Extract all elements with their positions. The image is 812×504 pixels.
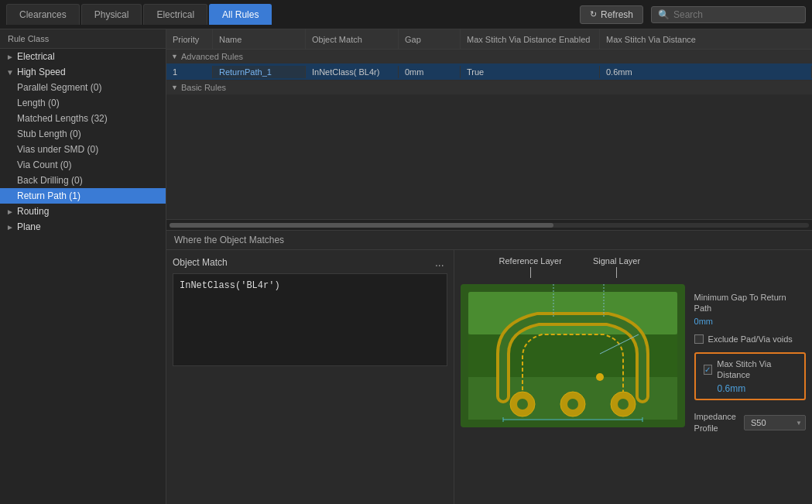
tab-physical[interactable]: Physical: [81, 4, 142, 25]
td-priority: 1: [166, 66, 213, 78]
horizontal-scrollbar[interactable]: [166, 219, 812, 230]
td-match: InNetClass( BL4r): [306, 66, 399, 78]
sidebar-item-electrical[interactable]: Electrical: [0, 49, 166, 64]
impedance-select[interactable]: S50 S75 S100: [744, 415, 806, 430]
rules-table-area: Priority Name Object Match Gap Max Stitc…: [166, 29, 812, 231]
object-match-title: Object Match: [173, 257, 228, 268]
svg-point-8: [567, 399, 578, 410]
svg-point-6: [517, 399, 528, 410]
exclude-pad-control: Exclude Pad/Via voids: [694, 334, 806, 345]
sidebar-item-label: Vias under SMD (0): [17, 144, 98, 155]
max-stitch-label: Max Stitch Via Distance: [717, 358, 797, 381]
reference-label-arrow: [530, 267, 531, 278]
col-header-maxstitch: Max Stitch Via Distance: [600, 29, 812, 49]
sidebar-item-via-count[interactable]: Via Count (0): [0, 157, 166, 173]
sidebar-item-matched-lengths[interactable]: Matched Lengths (32): [0, 111, 166, 126]
td-gap: 0mm: [399, 66, 461, 78]
diagram-panel: Reference Layer Signal Layer: [454, 250, 812, 504]
sidebar-item-label: Back Drilling (0): [17, 175, 83, 186]
refresh-icon: ↻: [590, 9, 597, 19]
max-stitch-checkbox[interactable]: [704, 365, 713, 375]
group-advanced-rules[interactable]: ▼ Advanced Rules: [166, 50, 812, 63]
svg-point-9: [596, 373, 604, 381]
object-match-panel: Object Match ... InNetClass('BL4r'): [166, 250, 454, 504]
tab-clearances[interactable]: Clearances: [6, 4, 80, 25]
table-body: ▼ Advanced Rules 1 ReturnPath_1 InNetCla…: [166, 50, 812, 219]
sidebar-item-length[interactable]: Length (0): [0, 95, 166, 111]
main-area: Rule Class Electrical High Speed Paralle…: [0, 29, 812, 504]
impedance-select-wrapper: S50 S75 S100: [744, 415, 806, 430]
impedance-label: Impedance Profile: [694, 411, 736, 434]
electrical-arrow-icon: [6, 53, 14, 61]
tab-electrical[interactable]: Electrical: [143, 4, 207, 25]
td-distance: 0.6mm: [600, 66, 812, 78]
col-header-name: Name: [213, 29, 306, 49]
group-basic-rules[interactable]: ▼ Basic Rules: [166, 81, 812, 94]
sidebar-item-back-drilling[interactable]: Back Drilling (0): [0, 173, 166, 188]
top-tab-bar: Clearances Physical Electrical All Rules…: [0, 0, 812, 29]
search-input[interactable]: [673, 9, 797, 20]
refresh-button[interactable]: ↻ Refresh: [580, 5, 643, 24]
sidebar-item-stub-length[interactable]: Stub Length (0): [0, 126, 166, 142]
sidebar-item-vias-under-smd[interactable]: Vias under SMD (0): [0, 142, 166, 157]
td-enabled: True: [461, 66, 600, 78]
tab-all-rules[interactable]: All Rules: [209, 4, 272, 25]
table-header: Priority Name Object Match Gap Max Stitc…: [166, 29, 812, 50]
reference-layer-label: Reference Layer: [499, 256, 562, 278]
sidebar-item-label: Via Count (0): [17, 159, 71, 170]
sidebar-item-high-speed[interactable]: High Speed: [0, 64, 166, 80]
group-label: Basic Rules: [181, 83, 226, 92]
signal-label-arrow: [616, 267, 617, 278]
exclude-pad-label: Exclude Pad/Via voids: [708, 334, 793, 345]
pcb-diagram: [461, 284, 685, 427]
sidebar-item-plane[interactable]: Plane: [0, 219, 166, 235]
object-match-header: Object Match ...: [173, 256, 447, 269]
exclude-pad-checkbox[interactable]: [694, 334, 704, 344]
sidebar-item-label: Electrical: [17, 51, 55, 62]
signal-layer-text: Signal Layer: [593, 256, 640, 266]
plane-arrow-icon: [6, 223, 14, 231]
search-box: 🔍: [651, 6, 806, 23]
advanced-rules-arrow-icon: ▼: [171, 53, 178, 60]
min-gap-control: Minimum Gap To Return Path 0mm: [694, 292, 806, 326]
td-name: ReturnPath_1: [213, 66, 306, 78]
sidebar-header: Rule Class: [0, 29, 166, 49]
reference-layer-text: Reference Layer: [499, 256, 562, 266]
sidebar-item-label: Parallel Segment (0): [17, 82, 101, 93]
bottom-section: Where the Object Matches Object Match ..…: [166, 231, 812, 504]
sidebar-item-label: High Speed: [17, 67, 66, 77]
h-scroll-track: [170, 223, 809, 228]
diagram-controls: Minimum Gap To Return Path 0mm Exclude P…: [694, 284, 806, 434]
sidebar-item-label: Plane: [17, 221, 41, 232]
basic-rules-arrow-icon: ▼: [171, 84, 178, 91]
table-row[interactable]: 1 ReturnPath_1 InNetClass( BL4r) 0mm Tru…: [166, 63, 812, 81]
sidebar-item-parallel-segment[interactable]: Parallel Segment (0): [0, 80, 166, 95]
routing-arrow-icon: [6, 207, 14, 216]
diagram-labels: Reference Layer Signal Layer: [461, 256, 806, 278]
sidebar-tree: Electrical High Speed Parallel Segment (…: [0, 49, 166, 504]
h-scroll-thumb: [170, 223, 553, 228]
where-label: Where the Object Matches: [166, 231, 812, 250]
bottom-content: Object Match ... InNetClass('BL4r') Refe…: [166, 250, 812, 504]
signal-layer-label: Signal Layer: [593, 256, 640, 278]
impedance-row: Impedance Profile S50 S75 S100: [694, 411, 806, 434]
col-header-match: Object Match: [306, 29, 399, 49]
refresh-label: Refresh: [601, 9, 633, 20]
sidebar-item-label: Routing: [17, 206, 49, 217]
diagram-and-controls: Minimum Gap To Return Path 0mm Exclude P…: [461, 284, 806, 434]
sidebar-item-label: Stub Length (0): [17, 129, 81, 139]
search-icon: 🔍: [658, 9, 670, 20]
min-gap-value[interactable]: 0mm: [694, 317, 806, 326]
sidebar: Rule Class Electrical High Speed Paralle…: [0, 29, 166, 504]
max-stitch-row: Max Stitch Via Distance: [704, 358, 797, 381]
high-speed-arrow-icon: [6, 68, 14, 77]
max-stitch-value[interactable]: 0.6mm: [704, 383, 797, 394]
sidebar-item-label: Matched Lengths (32): [17, 113, 108, 124]
sidebar-item-return-path[interactable]: Return Path (1): [0, 188, 166, 204]
col-header-gap: Gap: [399, 29, 461, 49]
right-area: Priority Name Object Match Gap Max Stitc…: [166, 29, 812, 504]
sidebar-item-routing[interactable]: Routing: [0, 204, 166, 219]
col-header-priority: Priority: [166, 29, 213, 49]
dots-button[interactable]: ...: [432, 256, 447, 269]
object-match-editor[interactable]: InNetClass('BL4r'): [173, 273, 447, 366]
